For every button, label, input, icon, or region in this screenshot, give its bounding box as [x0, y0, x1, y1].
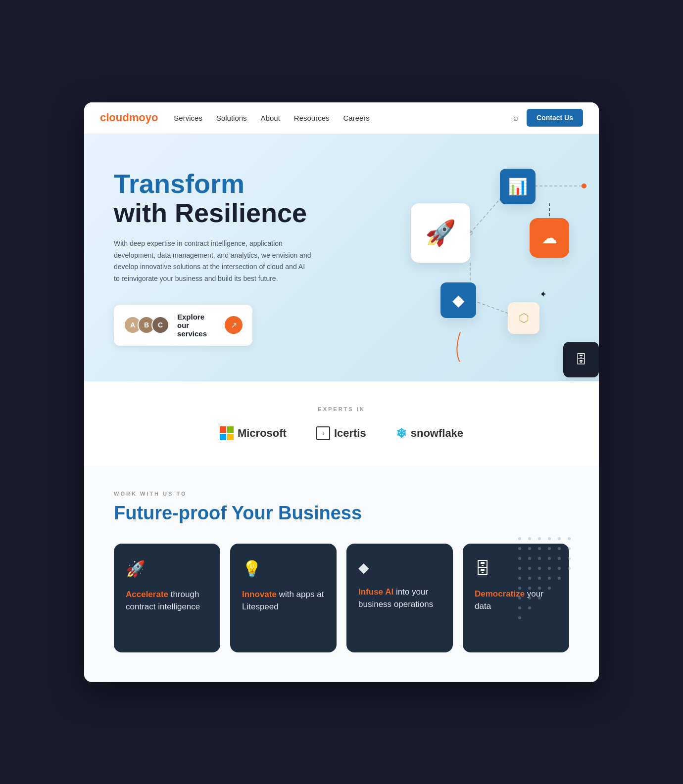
snowflake-icon: ❄: [396, 426, 407, 441]
snowflake-logo: ❄ snowflake: [396, 426, 463, 441]
hex-card: ⬡: [508, 302, 539, 334]
future-title: Future-proof Your Business: [114, 503, 569, 524]
svg-point-39: [528, 587, 531, 590]
rocket-icon: 🚀: [425, 219, 456, 247]
hero-section: Transform with Resilience With deep expe…: [84, 134, 599, 381]
device-frame: cloudmoyo Services Solutions About Resou…: [84, 102, 599, 682]
hero-title-transform: Transform: [114, 169, 312, 198]
arrow-icon: ↗: [231, 321, 237, 330]
service-card-contract[interactable]: 🚀 Accelerate through contract intelligen…: [114, 544, 220, 652]
explore-arrow-button[interactable]: ↗: [225, 316, 243, 334]
svg-point-24: [548, 557, 551, 560]
avatar-3: C: [151, 316, 169, 334]
work-label: WORK WITH US TO: [114, 491, 569, 497]
svg-point-25: [558, 557, 561, 560]
contact-button[interactable]: Contact Us: [527, 109, 583, 127]
svg-point-46: [528, 606, 531, 609]
logo-part1: cloud: [100, 111, 129, 124]
future-title-part2: Your Business: [232, 503, 362, 523]
apps-card-icon: 💡: [242, 559, 325, 578]
svg-point-44: [538, 597, 541, 600]
apps-accent: Innovate: [242, 590, 277, 599]
dot-pattern-decoration: [515, 534, 574, 633]
icertis-label: Icertis: [334, 427, 366, 440]
svg-point-35: [538, 577, 541, 580]
microsoft-grid-icon: [220, 426, 234, 440]
svg-point-30: [548, 567, 551, 570]
svg-point-37: [558, 577, 561, 580]
microsoft-logo: Microsoft: [220, 426, 287, 440]
svg-point-12: [548, 537, 551, 540]
svg-point-26: [568, 557, 571, 560]
contract-accent: Accelerate: [126, 590, 168, 599]
ai-card-text: Infuse AI into your business operations: [358, 586, 441, 611]
contract-card-text: Accelerate through contract intelligence: [126, 588, 208, 613]
navbar: cloudmoyo Services Solutions About Resou…: [84, 102, 599, 134]
nav-careers[interactable]: Careers: [343, 114, 370, 122]
svg-point-42: [518, 597, 521, 600]
svg-point-17: [538, 547, 541, 550]
svg-point-9: [518, 537, 521, 540]
hero-description: With deep expertise in contract intellig…: [114, 238, 312, 285]
future-section: WORK WITH US TO Future-proof Your Busine…: [84, 466, 599, 682]
chart-card: 📊: [500, 169, 536, 204]
svg-point-36: [548, 577, 551, 580]
chart-icon: 📊: [508, 177, 528, 196]
microsoft-label: Microsoft: [238, 427, 287, 440]
diamond-card: ◆: [440, 282, 476, 318]
experts-logos: Microsoft I Icertis ❄ snowflake: [104, 426, 579, 441]
hero-content: Transform with Resilience With deep expe…: [114, 169, 312, 346]
svg-point-22: [528, 557, 531, 560]
nav-services[interactable]: Services: [174, 114, 202, 122]
nav-resources[interactable]: Resources: [294, 114, 330, 122]
avatars: A B C: [124, 316, 169, 334]
snowflake-label: snowflake: [411, 427, 463, 440]
experts-section: EXPERTS IN Microsoft I Icertis: [84, 381, 599, 466]
svg-point-40: [538, 587, 541, 590]
logo-part2: moyo: [129, 111, 158, 124]
nav-about[interactable]: About: [261, 114, 280, 122]
search-button[interactable]: ⌕: [513, 113, 519, 123]
logo[interactable]: cloudmoyo: [100, 111, 158, 124]
nav-links: Services Solutions About Resources Caree…: [174, 114, 497, 122]
svg-point-28: [528, 567, 531, 570]
svg-point-18: [548, 547, 551, 550]
icertis-inner: I: [323, 431, 324, 436]
svg-point-31: [558, 567, 561, 570]
diamond-icon: ◆: [452, 291, 465, 310]
icertis-box-icon: I: [316, 426, 330, 440]
nav-actions: ⌕ Contact Us: [513, 109, 583, 127]
svg-point-20: [568, 547, 571, 550]
ai-card-icon: ◆: [358, 559, 441, 576]
svg-point-32: [568, 567, 571, 570]
svg-point-3: [582, 184, 586, 188]
svg-point-21: [518, 557, 521, 560]
svg-point-47: [518, 616, 521, 619]
icertis-logo: I Icertis: [316, 426, 366, 440]
nav-solutions[interactable]: Solutions: [216, 114, 247, 122]
experts-label: EXPERTS IN: [104, 406, 579, 412]
svg-point-23: [538, 557, 541, 560]
svg-point-19: [558, 547, 561, 550]
ai-accent: Infuse AI: [358, 587, 393, 597]
svg-point-45: [518, 606, 521, 609]
rocket-card: 🚀: [411, 203, 470, 263]
hero-illustration: ✦ 🚀 📊 ☁ ◆: [361, 154, 599, 362]
svg-point-10: [528, 537, 531, 540]
contract-card-icon: 🚀: [126, 559, 208, 578]
hex-icon: ⬡: [519, 311, 529, 325]
svg-point-11: [538, 537, 541, 540]
database-icon: 🗄: [575, 353, 587, 367]
service-card-ai[interactable]: ◆ Infuse AI into your business operation…: [346, 544, 453, 652]
service-card-apps[interactable]: 💡 Innovate with apps at Litespeed: [230, 544, 337, 652]
svg-text:✦: ✦: [539, 289, 547, 299]
hero-title-resilience: with Resilience: [114, 198, 312, 228]
svg-point-34: [528, 577, 531, 580]
svg-point-41: [548, 587, 551, 590]
apps-card-text: Innovate with apps at Litespeed: [242, 588, 325, 613]
explore-card[interactable]: A B C Explore our services ↗: [114, 305, 252, 346]
connector-lines: ✦: [361, 154, 599, 362]
explore-label: Explore our services: [177, 313, 217, 338]
svg-point-43: [528, 597, 531, 600]
svg-point-29: [538, 567, 541, 570]
